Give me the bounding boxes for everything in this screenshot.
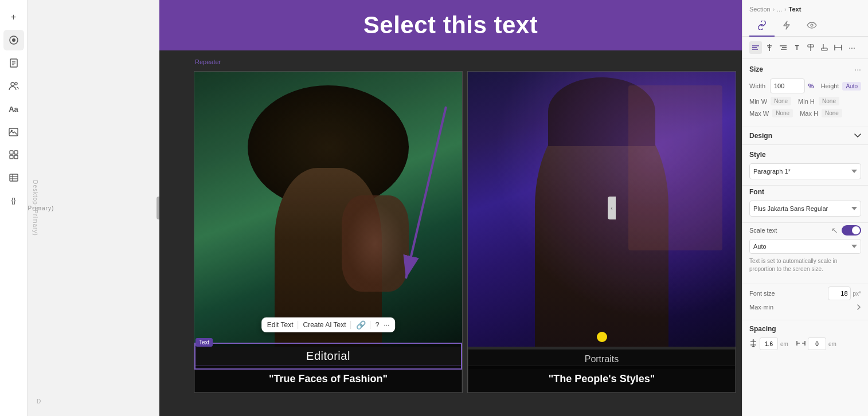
align-center-horizontal-btn[interactable] [763, 41, 776, 54]
max-w-label: Max W [749, 110, 769, 117]
style-section: Style Paragraph 1* [742, 145, 868, 186]
letter-spacing-field: em [796, 337, 836, 350]
width-label: Width [749, 83, 767, 89]
alignment-row: T ··· [742, 37, 868, 59]
text-icon[interactable]: Aa [3, 99, 24, 119]
size-section: Size ··· Width % Height Auto Min W None … [742, 59, 868, 127]
main-canvas-area: Select this text Repeater [159, 0, 742, 416]
svg-point-20 [811, 24, 813, 26]
max-h-label: Max H [800, 110, 818, 117]
create-ai-text-btn[interactable]: Create AI Text [303, 321, 346, 329]
panel-d-label: D [37, 398, 41, 405]
min-w-value: None [771, 97, 791, 105]
text-badge: Text [196, 338, 213, 347]
scale-cursor-icon: ↖ [831, 226, 838, 235]
scale-dropdown[interactable]: Auto [749, 239, 861, 254]
max-min-chevron-icon [857, 304, 861, 311]
align-stretch-btn[interactable] [832, 41, 844, 54]
panel-header: Section › ... › Text [742, 0, 868, 37]
edit-text-btn[interactable]: Edit Text [267, 321, 294, 329]
table-icon[interactable] [3, 167, 24, 188]
tab-lightning[interactable] [775, 17, 799, 37]
breadcrumb-dots: ... [777, 6, 782, 13]
max-min-label: Max-min [749, 304, 773, 311]
scale-toggle-group: ↖ [831, 225, 861, 236]
font-size-unit: px* [853, 291, 861, 297]
style-dropdown[interactable]: Paragraph 1* [749, 163, 861, 179]
width-input[interactable] [770, 79, 805, 93]
size-section-title: Size [749, 65, 763, 73]
photo-2-bg [468, 72, 736, 347]
scale-info-text: Text is set to automatically scale in pr… [749, 257, 861, 273]
max-row: Max W None Max H None [749, 109, 861, 117]
breadcrumb-section: Section [749, 6, 771, 13]
grid-icon[interactable] [3, 144, 24, 165]
letter-spacing-icon [796, 339, 806, 348]
help-btn[interactable]: ? [376, 321, 380, 329]
caption-2: "The People's Styles" [468, 366, 736, 393]
font-size-input-group: px* [828, 287, 861, 300]
style-label: Style [749, 151, 766, 159]
letter-spacing-input[interactable] [808, 337, 826, 350]
design-section-header[interactable]: Design [742, 127, 868, 145]
font-size-label: Font size [749, 290, 775, 297]
panel-tabs [749, 17, 861, 37]
min-h-label: Min H [798, 98, 815, 105]
line-height-input[interactable] [760, 337, 778, 350]
style-header: Style [749, 151, 861, 159]
tab-link[interactable] [749, 17, 775, 37]
image-icon[interactable] [3, 121, 24, 142]
size-section-header: Size ··· [749, 65, 861, 74]
svg-rect-14 [10, 174, 18, 181]
yellow-dot [597, 332, 607, 342]
spacing-title: Spacing [749, 325, 861, 333]
svg-rect-13 [14, 155, 18, 159]
layers-icon[interactable] [3, 30, 24, 50]
toolbar-divider-2 [351, 321, 351, 329]
photo-card-2[interactable]: Portraits "The People's Styles" [467, 71, 736, 393]
font-dropdown[interactable]: Plus Jakarta Sans Regular [749, 201, 861, 217]
align-more-btn[interactable]: ··· [846, 41, 858, 54]
line-height-unit: em [780, 341, 788, 347]
left-sidebar: + Aa {} [0, 0, 28, 416]
scale-text-label: Scale text [749, 227, 777, 234]
letter-spacing-unit: em [828, 341, 836, 347]
max-min-row[interactable]: Max-min [749, 304, 861, 311]
font-section: Font Plus Jakarta Sans Regular [742, 186, 868, 223]
scale-section: Scale text ↖ Auto Text is set to automat… [742, 223, 868, 284]
toolbar-divider-1 [298, 321, 298, 329]
svg-rect-12 [10, 155, 13, 159]
design-chevron-icon [854, 134, 861, 138]
add-icon[interactable]: + [3, 7, 24, 28]
panel-collapse-button[interactable]: ‹ [608, 197, 616, 219]
height-label: Height [821, 83, 839, 89]
text-toolbar: Edit Text Create AI Text 🔗 ? ··· [261, 317, 396, 332]
max-w-value: None [772, 109, 793, 117]
link-btn[interactable]: 🔗 [356, 320, 366, 329]
align-top-text-btn[interactable]: T [791, 41, 803, 54]
editorial-text-selected[interactable]: Editorial [194, 343, 462, 370]
instruction-banner: Select this text [159, 0, 742, 50]
page-icon[interactable] [3, 53, 24, 73]
breadcrumb-chevron-2: › [784, 6, 786, 13]
align-right-btn[interactable] [777, 41, 789, 54]
more-btn[interactable]: ··· [384, 321, 389, 329]
svg-marker-41 [752, 346, 755, 347]
photo-grid-container: Text Editorial "True Faces of Fashion" E… [194, 71, 736, 393]
code-icon[interactable]: {} [3, 190, 24, 211]
photos-row: Text Editorial "True Faces of Fashion" E… [194, 71, 736, 393]
font-header: Font [749, 188, 861, 196]
align-middle-text-btn[interactable] [804, 41, 817, 54]
align-left-btn[interactable] [749, 41, 762, 54]
tab-eye[interactable] [799, 17, 825, 37]
font-size-input[interactable] [828, 287, 851, 300]
spacing-row: em em [749, 337, 861, 350]
photo-card-1[interactable]: Text Editorial "True Faces of Fashion" E… [194, 71, 463, 393]
people-icon[interactable] [3, 76, 24, 96]
scale-toggle[interactable] [842, 225, 861, 236]
font-size-section: Font size px* Max-min [742, 284, 868, 320]
height-tag: Auto [842, 82, 861, 91]
align-bottom-text-btn[interactable] [818, 41, 831, 54]
size-section-more[interactable]: ··· [854, 65, 861, 74]
max-h-value: None [822, 109, 842, 117]
